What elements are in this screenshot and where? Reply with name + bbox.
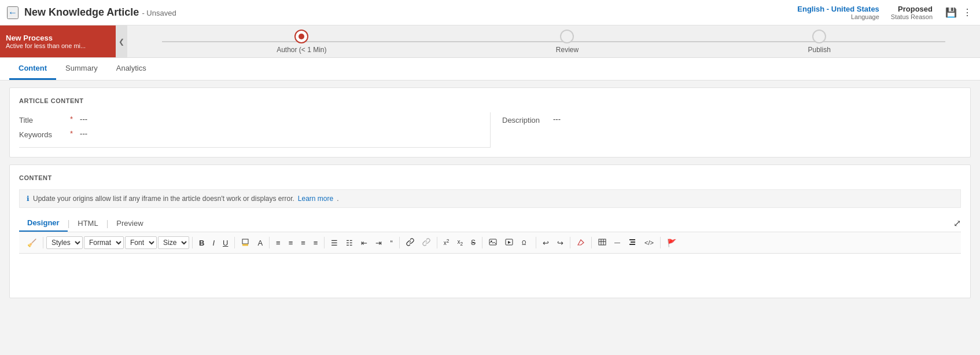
page-title: New Knowledge Article - Unsaved (24, 6, 176, 19)
align-right-button[interactable]: ≡ (297, 237, 309, 249)
clear-format-button[interactable]: 🧹 (24, 237, 40, 249)
learn-more-link[interactable]: Learn more (298, 195, 333, 203)
title-required-marker: * (70, 115, 73, 123)
editor-tab-html[interactable]: HTML (69, 215, 106, 231)
svg-rect-11 (631, 241, 635, 243)
keywords-label: Keywords (19, 129, 65, 139)
image-button[interactable] (485, 236, 500, 250)
redo-button[interactable]: ↪ (554, 237, 567, 249)
status-section: Proposed Status Reason (891, 5, 933, 20)
toolbar-sep-10 (570, 237, 570, 248)
back-button[interactable]: ← (7, 6, 19, 19)
underline-button[interactable]: U (219, 237, 231, 249)
tab-content[interactable]: Content (9, 58, 56, 80)
description-label: Description (502, 115, 548, 125)
header-left: ← New Knowledge Article - Unsaved (7, 6, 176, 19)
step-circle-author (294, 30, 308, 43)
status-sub-label: Status Reason (891, 13, 933, 20)
description-value[interactable]: --- (553, 115, 561, 123)
italic-button[interactable]: I (209, 237, 218, 249)
keywords-value[interactable]: --- (80, 129, 87, 138)
media-button[interactable] (502, 236, 517, 250)
subscript-button[interactable]: x2 (454, 237, 466, 248)
tab-summary[interactable]: Summary (56, 58, 107, 80)
article-content-title: ARTICLE CONTENT (19, 97, 961, 104)
process-step-review[interactable]: Review (556, 30, 579, 54)
toolbar-sep-2 (192, 237, 193, 248)
outdent-button[interactable]: ⇤ (358, 237, 371, 249)
special-char-button[interactable]: Ω (518, 236, 533, 250)
format-select[interactable]: Format (84, 236, 124, 249)
status-value: Proposed (898, 5, 933, 13)
tab-analytics[interactable]: Analytics (107, 58, 156, 80)
toolbar-sep-11 (591, 237, 592, 248)
hr-button[interactable]: — (611, 237, 624, 248)
language-link[interactable]: English - United States (797, 5, 879, 13)
info-icon: ℹ (27, 195, 30, 203)
eraser-button[interactable] (573, 236, 588, 250)
flag-button[interactable]: 🚩 (664, 237, 680, 249)
undo-button[interactable]: ↩ (539, 237, 552, 249)
svg-text:Ω: Ω (522, 240, 526, 246)
language-section: English - United States Language (797, 5, 879, 20)
toolbar-sep-5 (324, 237, 325, 248)
align-center-button[interactable]: ≡ (285, 237, 297, 249)
step-label-author: Author (< 1 Min) (277, 46, 326, 54)
source-code-button[interactable]: </> (641, 237, 657, 248)
info-banner: ℹ Update your origins allow list if any … (19, 189, 961, 208)
align-left-button[interactable]: ≡ (272, 237, 284, 249)
tabs-bar: Content Summary Analytics (0, 58, 980, 80)
title-value[interactable]: --- (80, 115, 87, 123)
indent-button[interactable]: ⇥ (372, 237, 385, 249)
editor-tabs-bar: Designer | HTML | Preview ⤢ (19, 215, 961, 232)
collapse-process-button[interactable]: ❮ (116, 25, 127, 57)
ordered-list-button[interactable]: ☷ (342, 237, 356, 249)
justify-button[interactable]: ≡ (310, 237, 322, 249)
process-bar: New Process Active for less than one mi.… (0, 25, 980, 58)
left-fields: Title * --- Keywords * --- (19, 112, 490, 148)
process-tag-title: New Process (6, 34, 110, 42)
title-label: Title (19, 115, 65, 125)
step-label-review: Review (556, 46, 579, 54)
blockquote-button[interactable]: “ (386, 237, 396, 249)
font-color-button[interactable]: A (254, 237, 266, 249)
superscript-button[interactable]: x2 (440, 236, 453, 248)
right-fields: Description --- (490, 112, 961, 148)
size-select[interactable]: Size (158, 236, 189, 249)
process-steps: Author (< 1 Min) Review Publish (127, 30, 980, 54)
unsaved-label: - Unsaved (142, 9, 176, 17)
editor-body[interactable] (19, 254, 961, 288)
strikethrough-button[interactable]: S (467, 237, 479, 248)
highlight-button[interactable] (238, 236, 253, 250)
indent-block-button[interactable] (625, 236, 640, 250)
table-button[interactable] (595, 236, 610, 249)
bold-button[interactable]: B (196, 237, 208, 249)
editor-toolbar: 🧹 Styles Format Font Size B I U A (19, 232, 961, 254)
step-circle-publish (812, 30, 826, 43)
editor-tab-preview[interactable]: Preview (108, 215, 151, 231)
link-button[interactable] (403, 236, 418, 250)
toolbar-sep-12 (660, 237, 661, 248)
process-step-author[interactable]: Author (< 1 Min) (277, 30, 326, 54)
toolbar-sep-1 (43, 237, 43, 248)
styles-select[interactable]: Styles (46, 236, 83, 249)
main-content: ARTICLE CONTENT Title * --- Keywords * -… (0, 80, 980, 305)
left-field-separator (19, 147, 490, 148)
process-step-publish[interactable]: Publish (808, 30, 830, 54)
editor-tab-designer[interactable]: Designer (19, 215, 68, 232)
svg-rect-0 (242, 239, 248, 244)
article-fields-grid: Title * --- Keywords * --- Description -… (19, 112, 961, 148)
language-sub-label: Language (797, 13, 879, 20)
font-select[interactable]: Font (125, 236, 157, 249)
info-text: Update your origins allow list if any if… (33, 195, 294, 203)
unordered-list-button[interactable]: ☰ (327, 237, 341, 249)
toolbar-sep-9 (536, 237, 536, 248)
toolbar-sep-3 (234, 237, 235, 248)
description-field-row: Description --- (502, 112, 961, 127)
step-label-publish: Publish (808, 46, 830, 54)
save-button[interactable]: 💾 (944, 6, 958, 19)
expand-editor-button[interactable]: ⤢ (953, 218, 961, 229)
info-suffix: . (337, 195, 338, 203)
unlink-button[interactable] (419, 236, 434, 250)
more-options-button[interactable]: ⋮ (961, 6, 973, 19)
